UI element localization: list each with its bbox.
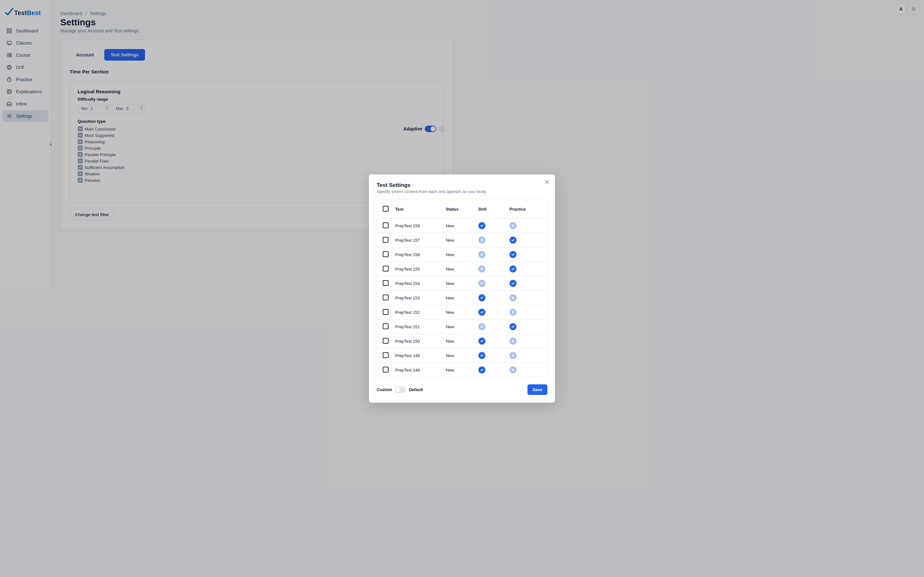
row-checkbox[interactable] (383, 222, 389, 228)
col-status: Status (443, 200, 462, 219)
row-checkbox[interactable] (383, 280, 389, 286)
test-table: Test Status Drill Practice PrepTest 158N… (376, 200, 462, 288)
table-row: PrepTest 158New (377, 219, 462, 233)
cell-test: PrepTest 157 (392, 233, 443, 247)
cell-test: PrepTest 156 (392, 247, 443, 262)
select-all-checkbox[interactable] (383, 206, 389, 211)
row-checkbox[interactable] (383, 266, 389, 271)
modal-overlay[interactable]: Test Settings Specify where content from… (0, 0, 462, 288)
modal-description: Specify where content from each test app… (376, 189, 462, 194)
cell-status: New (443, 233, 462, 247)
cell-status: New (443, 219, 462, 233)
cell-test: PrepTest 158 (392, 219, 443, 233)
row-checkbox[interactable] (383, 237, 389, 243)
row-checkbox[interactable] (383, 251, 389, 257)
table-row: PrepTest 156New (377, 247, 462, 262)
cell-test: PrepTest 154 (392, 276, 443, 289)
cell-status: New (443, 276, 462, 289)
modal-title: Test Settings (376, 182, 462, 189)
col-test: Test (392, 200, 443, 219)
cell-status: New (443, 262, 462, 276)
table-row: PrepTest 157New (377, 233, 462, 247)
cell-status: New (443, 247, 462, 262)
table-row: PrepTest 154New (377, 276, 462, 289)
test-settings-modal: Test Settings Specify where content from… (369, 174, 462, 288)
cell-test: PrepTest 155 (392, 262, 443, 276)
table-row: PrepTest 155New (377, 262, 462, 276)
